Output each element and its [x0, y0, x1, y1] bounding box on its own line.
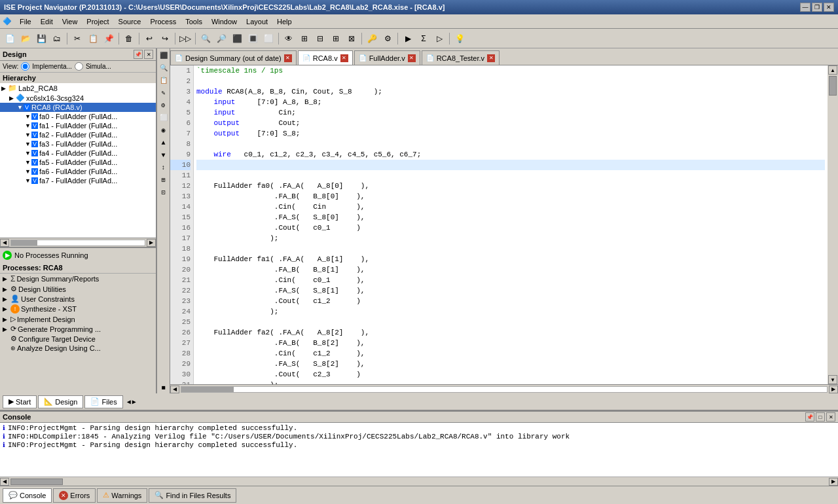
btn-design[interactable]: 📐 Design [38, 395, 83, 408]
vert-icon-5[interactable]: ⚙ [158, 99, 170, 111]
tree-item-fa1[interactable]: ▼ V fa1 - FullAdder (FullAd... [0, 121, 156, 130]
tb-search4[interactable]: 🔳 [246, 31, 260, 46]
tb-undo[interactable]: ↩ [142, 31, 156, 46]
tab-rca8-tester[interactable]: 📄 RCA8_Tester.v ✕ [422, 50, 500, 65]
tb-run2[interactable]: ▷ [432, 31, 446, 46]
tb-search3[interactable]: ⬛ [230, 31, 244, 46]
vscroll-down[interactable]: ▼ [828, 375, 837, 384]
vert-icon-7[interactable]: ◉ [158, 124, 170, 136]
tb-search2[interactable]: 🔎 [214, 31, 228, 46]
tb-run[interactable]: ▶ [401, 31, 415, 46]
proc-generate[interactable]: ▶ ⟳ Generate Programming ... [0, 324, 156, 334]
tb-paste[interactable]: 📌 [101, 31, 116, 46]
vert-icon-1[interactable]: ⬛ [158, 50, 170, 62]
hierarchy-hscroll[interactable]: ◀ ▶ [0, 238, 156, 247]
tb-bulb[interactable]: 💡 [452, 31, 467, 46]
tb-view2[interactable]: ⊞ [297, 31, 312, 46]
tree-item-fa2[interactable]: ▼ V fa2 - FullAdder (FullAd... [0, 130, 156, 139]
tree-item-fa0[interactable]: ▼ V fa0 - FullAdder (FullAd... [0, 112, 156, 121]
vert-icon-6[interactable]: ⬜ [158, 112, 170, 124]
proc-analyze[interactable]: ⊛ Analyze Design Using C... [0, 344, 156, 353]
tree-item-fa4[interactable]: ▼ V fa4 - FullAdder (FullAd... [0, 149, 156, 158]
tb-key[interactable]: 🔑 [365, 31, 379, 46]
tree-item-lab2[interactable]: ▶ 📁 Lab2_RCA8 [0, 83, 156, 93]
console-hscroll[interactable]: ◀ ▶ [0, 477, 838, 486]
design-close-btn[interactable]: ✕ [144, 50, 153, 59]
tb-new[interactable]: 📄 [3, 31, 17, 46]
tree-item-fa6[interactable]: ▼ V fa6 - FullAdder (FullAd... [0, 167, 156, 176]
tree-item-fa7[interactable]: ▼ V fa7 - FullAdder (FullAd... [0, 176, 156, 185]
menu-view[interactable]: View [58, 16, 82, 27]
code-content[interactable]: `timescale 1ns / 1ps module RCA8(A_8, B_… [194, 65, 828, 384]
tb-search1[interactable]: 🔍 [198, 31, 213, 46]
vscroll-thumb[interactable] [829, 76, 837, 96]
tb-sum[interactable]: Σ [416, 31, 431, 46]
vert-icon-10[interactable]: ↕ [158, 162, 170, 173]
tb-search5[interactable]: ⬜ [261, 31, 276, 46]
tree-item-xc6[interactable]: ▶ 🔷 xc6slx16-3csg324 [0, 93, 156, 103]
menu-window[interactable]: Window [208, 16, 241, 27]
vert-icon-2[interactable]: 🔍 [158, 62, 170, 74]
nav-prev[interactable]: ◀ [127, 398, 131, 406]
console-tab-warnings[interactable]: ⚠ Warnings [97, 488, 147, 503]
chscroll-thumb[interactable] [10, 478, 63, 485]
vert-icon-bottom[interactable]: ◼ [158, 382, 170, 393]
tree-item-fa5[interactable]: ▼ V fa5 - FullAdder (FullAd... [0, 158, 156, 167]
proc-design-summary[interactable]: ▶ Σ Design Summary/Reports [0, 274, 156, 284]
tb-view4[interactable]: ⊞ [329, 31, 343, 46]
tb-save-all[interactable]: 🗂 [50, 31, 64, 46]
vert-icon-3[interactable]: 📋 [158, 75, 170, 86]
proc-implement[interactable]: ▶ ▷ Implement Design [0, 314, 156, 324]
menu-edit[interactable]: Edit [37, 16, 57, 27]
console-tab-console[interactable]: 💬 Console [3, 488, 52, 503]
minimize-button[interactable]: — [800, 3, 811, 12]
menu-help[interactable]: Help [273, 16, 296, 27]
hscroll-left[interactable]: ◀ [0, 239, 9, 247]
tb-view3[interactable]: ⊟ [313, 31, 327, 46]
vert-icon-11[interactable]: ⊞ [158, 174, 170, 186]
view-implementation-radio[interactable] [21, 62, 29, 71]
vert-icon-12[interactable]: ⊡ [158, 187, 170, 198]
editor-hscroll[interactable]: ◀ ▶ [170, 384, 838, 393]
close-button[interactable]: ✕ [824, 3, 834, 12]
tb-save[interactable]: 💾 [34, 31, 48, 46]
console-expand[interactable]: □ [816, 412, 825, 422]
tab-close-btn[interactable]: ✕ [284, 54, 292, 62]
hscroll-thumb[interactable] [11, 240, 37, 245]
proc-configure[interactable]: ⚙ Configure Target Device [0, 334, 156, 344]
tree-item-fa3[interactable]: ▼ V fa3 - FullAdder (FullAd... [0, 139, 156, 149]
hscroll-right[interactable]: ▶ [829, 386, 838, 393]
tab-fulladder[interactable]: 📄 FullAdder.v ✕ [354, 50, 420, 65]
btn-start[interactable]: ▶ Start [3, 395, 37, 408]
tb-delete[interactable]: 🗑 [122, 31, 136, 46]
restore-button[interactable]: ❐ [812, 3, 822, 12]
menu-process[interactable]: Process [146, 16, 180, 27]
hscroll-thumb[interactable] [181, 387, 234, 392]
tb-cut[interactable]: ✂ [70, 31, 84, 46]
design-pin-btn[interactable]: 📌 [134, 50, 143, 59]
tb-copy[interactable]: 📋 [86, 31, 100, 46]
tb-expand[interactable]: ▷▷ [178, 31, 192, 46]
menu-file[interactable]: File [16, 16, 35, 27]
chscroll-right[interactable]: ▶ [829, 478, 838, 486]
tb-redo[interactable]: ↪ [158, 31, 172, 46]
vert-icon-9[interactable]: ▼ [158, 149, 170, 161]
proc-synthesize[interactable]: ▶ ! Synthesize - XST [0, 304, 156, 314]
nav-next[interactable]: ▶ [132, 398, 136, 406]
console-tab-errors[interactable]: ✕ Errors [53, 488, 96, 503]
tab-close-btn[interactable]: ✕ [487, 54, 495, 62]
console-close[interactable]: ✕ [826, 412, 835, 422]
vscroll-up[interactable]: ▲ [828, 65, 837, 75]
proc-design-utilities[interactable]: ▶ ⚙ Design Utilities [0, 284, 156, 294]
tb-view[interactable]: 👁 [282, 31, 296, 46]
menu-tools[interactable]: Tools [181, 16, 206, 27]
editor-vscroll[interactable]: ▲ ▼ [828, 65, 838, 384]
tab-rca8v[interactable]: 📄 RCA8.v ✕ [298, 50, 353, 65]
menu-layout[interactable]: Layout [242, 16, 272, 27]
tree-item-rca8[interactable]: ▼ V RCA8 (RCA8.v) [0, 103, 156, 112]
chscroll-left[interactable]: ◀ [0, 478, 9, 486]
tab-design-summary[interactable]: 📄 Design Summary (out of date) ✕ [170, 50, 297, 65]
view-simulation-radio[interactable] [75, 62, 83, 71]
hscroll-left[interactable]: ◀ [170, 386, 179, 393]
vert-icon-4[interactable]: ✎ [158, 87, 170, 99]
